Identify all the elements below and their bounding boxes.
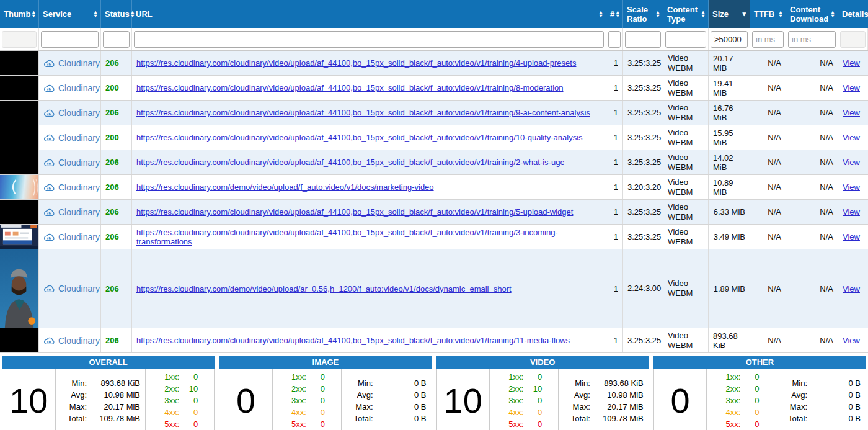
view-details-link[interactable]: View [843,83,860,92]
thumbnail[interactable] [0,125,38,150]
status-code-count: 0 [531,395,542,406]
filter-cell [838,28,868,50]
column-header-label: TTFB [754,9,774,19]
thumbnail[interactable] [0,51,38,75]
filter-input-url[interactable] [134,31,604,48]
summary-count: 0 [219,369,272,430]
filter-input-service[interactable] [41,31,99,48]
size-value: 14.02 MiB [709,150,750,174]
stat-value: 10.98 MiB [595,389,644,401]
service-label: Cloudinary [58,133,100,143]
column-header[interactable]: URL ▴▾ [132,0,606,28]
stat-label: Avg: [791,389,807,401]
stat-label: Max: [355,401,373,413]
column-header[interactable]: Status ▴▾ [101,0,132,28]
table-row: Cloudinary * 200 https://res.cloudinary.… [0,125,868,150]
thumbnail[interactable] [0,328,38,352]
filter-cell [39,28,101,50]
view-details-link[interactable]: View [843,108,860,117]
thumbnail[interactable] [0,101,38,125]
thumbnail[interactable] [0,225,38,249]
column-header[interactable]: # ▴▾ [606,0,623,28]
summary-panel-title: VIDEO [436,356,649,369]
column-header[interactable]: Details [838,0,868,28]
view-details-link[interactable]: View [843,336,860,345]
sort-icon: ▴▾ [657,11,659,18]
column-header[interactable]: Thumb ▴▾ [0,0,39,28]
content-download-value: N/A [786,328,838,352]
summary-panel: OVERALL 10Min:893.68 KiBAvg:10.98 MiBMax… [2,356,215,430]
view-details-link[interactable]: View [843,284,860,293]
content-download-value: N/A [786,125,838,150]
status-code-count: 10 [531,383,542,395]
status-code-count: 0 [748,418,759,430]
status-code-count: 0 [187,406,198,418]
filter-input-status[interactable] [103,31,130,48]
view-details-link[interactable]: View [843,158,860,167]
column-header[interactable]: Service ▴▾ [39,0,101,28]
view-details-link[interactable]: View [843,182,860,192]
filter-input-download[interactable] [788,31,836,48]
url-link[interactable]: https://res.cloudinary.com/cloudinary/vi… [136,133,583,142]
url-link[interactable]: https://res.cloudinary.com/cloudinary/vi… [136,207,573,217]
status-code-label: 1xx: [506,371,523,383]
column-header[interactable]: Size ▾ [709,0,750,28]
scale-ratio: 3.25:3.25 [623,150,663,174]
column-header[interactable]: TTFB ▴▾ [750,0,786,28]
filter-input-size[interactable] [711,31,748,48]
filter-input-ctype[interactable] [665,31,706,48]
column-header[interactable]: Content Download ▴▾ [786,0,838,28]
view-details-link[interactable]: View [843,58,860,68]
service-label: Cloudinary [58,83,100,93]
stat-label: Total: [571,413,590,424]
thumbnail[interactable] [0,175,38,199]
thumbnail[interactable] [0,200,38,224]
stat-value: 0 B [812,377,861,389]
content-type: Video WEBM [663,76,709,100]
cloudinary-cloud-icon [43,109,55,117]
url-link[interactable]: https://res.cloudinary.com/cloudinary/vi… [136,228,604,246]
content-type: Video WEBM [663,125,709,150]
view-details-link[interactable]: View [843,232,860,241]
url-link[interactable]: https://res.cloudinary.com/cloudinary/vi… [136,336,570,345]
table-body: Cloudinary * 206 https://res.cloudinary.… [0,51,868,353]
thumbnail[interactable] [0,76,38,100]
thumbnail[interactable] [0,249,38,328]
view-details-link[interactable]: View [843,207,860,217]
request-count: 1 [606,101,623,125]
status-code-count: 0 [187,371,198,383]
filter-cell [101,28,132,50]
cloudinary-cloud-icon [43,59,55,68]
cloudinary-cloud-icon [43,208,55,217]
filter-input-ttfb[interactable] [752,31,784,48]
column-header[interactable]: Scale Ratio ▴▾ [623,0,663,28]
table-row: Cloudinary * 206 https://res.cloudinary.… [0,150,868,175]
url-link[interactable]: https://res.cloudinary.com/cloudinary/vi… [136,108,590,117]
url-link[interactable]: https://res.cloudinary.com/cloudinary/vi… [136,58,576,68]
filter-input-count[interactable] [608,31,621,48]
sort-icon: ▾ [742,9,746,19]
url-link[interactable]: https://res.cloudinary.com/demo/video/up… [136,182,434,192]
url-link[interactable]: https://res.cloudinary.com/demo/video/up… [136,284,512,293]
stat-value: 20.17 MiB [595,401,644,413]
cloudinary-cloud-icon [43,183,55,192]
url-link[interactable]: https://res.cloudinary.com/cloudinary/vi… [136,83,563,92]
filter-input-scale[interactable] [625,31,661,48]
status-code: 206 [105,158,119,167]
view-details-link[interactable]: View [843,133,860,142]
request-count: 1 [606,225,623,249]
status-code: 206 [105,108,119,117]
column-header[interactable]: Content Type ▴▾ [663,0,709,28]
status-code-label: 3xx: [723,395,740,406]
status-code-count: 0 [531,371,542,383]
size-value: 6.33 MiB [709,200,750,224]
scale-ratio: 3.25:3.25 [623,328,663,352]
summary-count: 0 [654,369,707,430]
service-label: Cloudinary [58,336,100,346]
thumbnail[interactable] [0,150,38,174]
filter-cell [623,28,663,50]
scale-ratio: 3.25:3.25 [623,51,663,75]
summary-stats: Min:0 BAvg:0 BMax:0 BTotal:0 B [341,369,432,430]
stat-label: Min: [792,377,807,389]
url-link[interactable]: https://res.cloudinary.com/cloudinary/vi… [136,158,564,167]
